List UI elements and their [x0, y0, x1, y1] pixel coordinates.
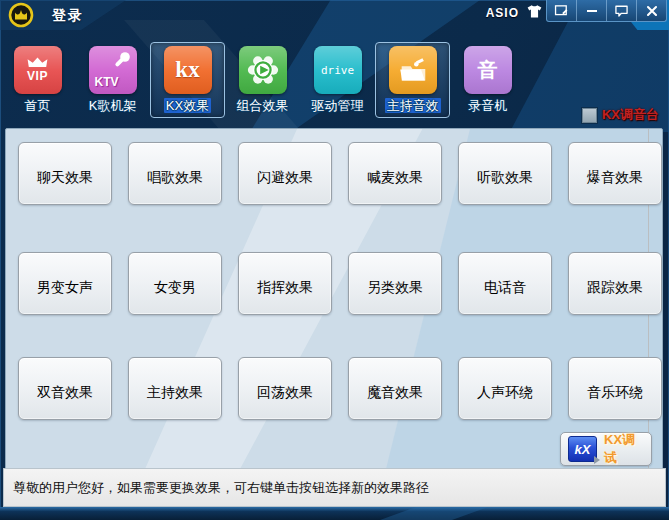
skin-button[interactable]: [525, 4, 545, 20]
crown-icon: [26, 57, 49, 68]
effect-button-musicsurround[interactable]: 音乐环绕: [568, 357, 662, 420]
nav-item-host-sounds[interactable]: 主持音效: [375, 42, 450, 118]
kx-debug-button[interactable]: kX KX调试: [560, 432, 652, 466]
effect-button-dualtone[interactable]: 双音效果: [18, 357, 112, 420]
effect-button-dodge[interactable]: 闪避效果: [238, 142, 332, 205]
effect-button-reverb[interactable]: 回荡效果: [238, 357, 332, 420]
nav-label: 录音机: [468, 98, 507, 113]
effects-row: 双音效果 主持效果 回荡效果 魔音效果 人声环绕 音乐环绕: [18, 357, 662, 420]
chat-bubble-icon: [614, 4, 629, 17]
nav-label: 主持音效: [385, 98, 441, 113]
effect-button-shoutmic[interactable]: 喊麦效果: [348, 142, 442, 205]
app-window: 登录 ASIO: [0, 0, 669, 520]
nav-item-combo-effects[interactable]: 组合效果: [225, 42, 300, 118]
effect-button-conduct[interactable]: 指挥效果: [238, 252, 332, 315]
effect-button-vocalsurround[interactable]: 人声环绕: [458, 357, 552, 420]
nav-label: 首页: [25, 98, 51, 113]
effect-button-listen[interactable]: 听歌效果: [458, 142, 552, 205]
recorder-icon-text: 音: [478, 57, 498, 84]
nav-label: 驱动管理: [312, 98, 364, 113]
kx-icon-text: kx: [175, 57, 199, 83]
status-message: 尊敬的用户您好，如果需要更换效果，可右键单击按钮选择新的效果路径: [13, 479, 429, 497]
kx-mixer-label: KX调音台: [602, 106, 659, 124]
nav-item-ktv-rack[interactable]: KTV K歌机架: [75, 42, 150, 118]
effect-button-female2male[interactable]: 女变男: [128, 252, 222, 315]
effect-button-tracking[interactable]: 跟踪效果: [568, 252, 662, 315]
nav-item-home[interactable]: VIP 首页: [0, 42, 75, 118]
combo-play-icon: [239, 46, 287, 94]
effect-button-host[interactable]: 主持效果: [128, 357, 222, 420]
kx-icon: kx: [164, 46, 212, 94]
effects-row: 聊天效果 唱歌效果 闪避效果 喊麦效果 听歌效果 爆音效果: [18, 142, 662, 205]
vip-icon-text: VIP: [27, 69, 48, 83]
nav-label: KX效果: [164, 98, 211, 113]
shirt-icon: [525, 4, 544, 19]
effect-button-male2female[interactable]: 男变女声: [18, 252, 112, 315]
nav-label: 组合效果: [237, 98, 289, 113]
main-nav: VIP 首页 KTV K歌机架 kx KX效果: [0, 42, 525, 118]
close-button[interactable]: [636, 0, 666, 21]
titlebar: 登录 ASIO: [0, 0, 669, 30]
effect-button-sing[interactable]: 唱歌效果: [128, 142, 222, 205]
ktv-icon-text: KTV: [95, 75, 119, 89]
status-bar: 尊敬的用户您好，如果需要更换效果，可右键单击按钮选择新的效果路径: [3, 468, 666, 507]
effects-panel: 聊天效果 唱歌效果 闪避效果 喊麦效果 听歌效果 爆音效果 男变女声 女变男 指…: [5, 128, 663, 470]
kx-mixer-checkbox[interactable]: [582, 108, 597, 123]
nav-item-driver-manager[interactable]: drive 驱动管理: [300, 42, 375, 118]
effect-button-telephone[interactable]: 电话音: [458, 252, 552, 315]
microphone-icon: [112, 50, 132, 70]
minimize-icon: [587, 10, 597, 12]
vip-home-icon: VIP: [14, 46, 62, 94]
login-link[interactable]: 登录: [52, 7, 84, 25]
effects-row: 男变女声 女变男 指挥效果 另类效果 电话音 跟踪效果: [18, 252, 662, 315]
crown-logo-icon: [8, 2, 34, 28]
effect-button-alternative[interactable]: 另类效果: [348, 252, 442, 315]
drive-icon: drive: [314, 46, 362, 94]
feedback-button[interactable]: [547, 0, 576, 21]
message-button[interactable]: [606, 0, 636, 21]
close-icon: [646, 5, 658, 17]
kx-mixer-toggle[interactable]: KX调音台: [582, 106, 659, 124]
app-logo: [8, 2, 34, 28]
nav-label: K歌机架: [89, 98, 137, 113]
host-folder-icon: [389, 46, 437, 94]
window-controls: [546, 0, 667, 22]
note-edit-icon: [554, 4, 569, 17]
folder-music-icon: [396, 53, 430, 87]
effect-button-chat[interactable]: 聊天效果: [18, 142, 112, 205]
nav-item-recorder[interactable]: 音 录音机: [450, 42, 525, 118]
effect-button-boom[interactable]: 爆音效果: [568, 142, 662, 205]
asio-button[interactable]: ASIO: [486, 6, 519, 20]
minimize-button[interactable]: [576, 0, 606, 21]
flower-play-icon: [246, 53, 280, 87]
kx-speaker-icon: kX: [568, 436, 597, 462]
ktv-mic-icon: KTV: [89, 46, 137, 94]
effect-button-magicvoice[interactable]: 魔音效果: [348, 357, 442, 420]
nav-item-kx-effects[interactable]: kx KX效果: [150, 42, 225, 118]
kx-debug-label: KX调试: [604, 431, 644, 467]
footer-strip: [0, 507, 669, 520]
drive-icon-text: drive: [321, 64, 354, 77]
recorder-icon: 音: [464, 46, 512, 94]
